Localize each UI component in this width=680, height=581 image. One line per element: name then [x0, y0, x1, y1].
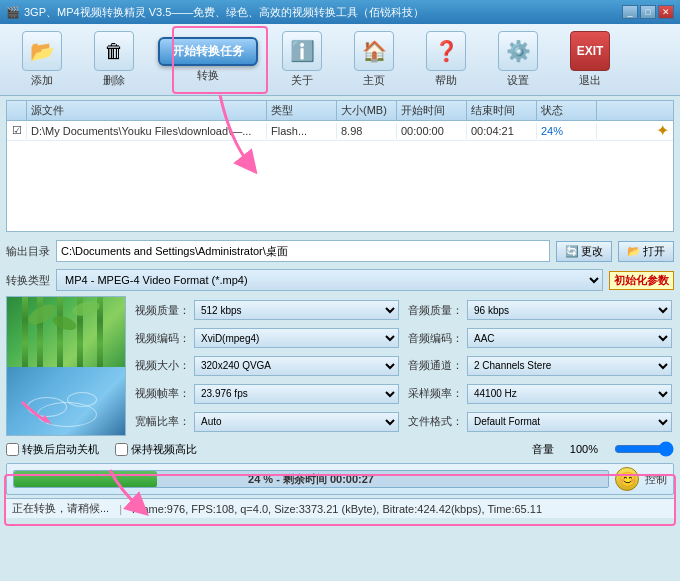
title-bar-controls[interactable]: _ □ ✕: [622, 5, 674, 19]
sample-rate-row: 采样频率： 44100 Hz: [407, 381, 672, 406]
checkbox-col-header: [7, 101, 27, 120]
row-start-time: 00:00:00: [397, 123, 467, 139]
video-fps-select[interactable]: 23.976 fps: [194, 384, 399, 404]
add-icon: 📂: [22, 31, 62, 71]
about-button[interactable]: ℹ️ 关于: [270, 29, 334, 91]
row-status: 24%: [537, 123, 597, 139]
bamboo-3: [57, 297, 63, 367]
toolbar: 📂 添加 🗑 删除 开始转换任务 转换 ℹ️ 关于 🏠 主页 ❓ 帮助 ⚙️ 设…: [0, 24, 680, 96]
format-type-label: 转换类型: [6, 273, 50, 288]
delete-icon: 🗑: [94, 31, 134, 71]
format-select[interactable]: MP4 - MPEG-4 Video Format (*.mp4): [56, 269, 603, 291]
volume-slider[interactable]: [614, 441, 674, 457]
add-button[interactable]: 📂 添加: [10, 29, 74, 91]
open-dir-button[interactable]: 📂 打开: [618, 241, 674, 262]
settings-button[interactable]: ⚙️ 设置: [486, 29, 550, 91]
video-codec-label: 视频编码：: [134, 331, 190, 346]
app-icon: 🎬: [6, 6, 20, 19]
help-icon: ❓: [426, 31, 466, 71]
preview-bottom: [7, 367, 125, 436]
status-detail-text: Frame:976, FPS:108, q=4.0, Size:3373.21 …: [132, 503, 668, 515]
shutdown-label: 转换后启动关机: [22, 442, 99, 457]
row-size: 8.98: [337, 123, 397, 139]
audio-channel-label: 音频通道：: [407, 358, 463, 373]
status-col-header: 状态: [537, 101, 597, 120]
control-label: 控制: [645, 472, 667, 487]
sample-rate-select[interactable]: 44100 Hz: [467, 384, 672, 404]
home-icon: 🏠: [354, 31, 394, 71]
home-button[interactable]: 🏠 主页: [342, 29, 406, 91]
start-col-header: 开始时间: [397, 101, 467, 120]
convert-label: 转换: [197, 68, 219, 83]
keep-ratio-label: 保持视频高比: [131, 442, 197, 457]
start-convert-button[interactable]: 开始转换任务: [158, 37, 258, 66]
video-size-row: 视频大小： 320x240 QVGA: [134, 354, 399, 379]
about-label: 关于: [291, 73, 313, 88]
progress-section: 24 % - 剩余时间 00:00:27 😊 控制: [6, 463, 674, 495]
about-icon: ℹ️: [282, 31, 322, 71]
audio-channel-select[interactable]: 2 Channels Stere: [467, 356, 672, 376]
maximize-button[interactable]: □: [640, 5, 656, 19]
progress-bar: 24 % - 剩余时间 00:00:27: [13, 470, 609, 488]
file-list-body: ☑ D:\My Documents\Youku Files\download\—…: [7, 121, 673, 231]
progress-text: 24 % - 剩余时间 00:00:27: [14, 471, 608, 487]
audio-quality-select[interactable]: 96 kbps: [467, 300, 672, 320]
file-list-header: 源文件 类型 大小(MB) 开始时间 结束时间 状态: [7, 101, 673, 121]
init-params-label[interactable]: 初始化参数: [609, 271, 674, 290]
output-dir-input[interactable]: [56, 240, 550, 262]
control-button[interactable]: 😊: [615, 467, 639, 491]
home-label: 主页: [363, 73, 385, 88]
file-format-row: 文件格式： Default Format: [407, 409, 672, 434]
settings-label: 设置: [507, 73, 529, 88]
spinning-icon: ✦: [656, 121, 669, 140]
leaf-2: [51, 313, 79, 333]
shutdown-after-option[interactable]: 转换后启动关机: [6, 442, 99, 457]
settings-panel: 视频质量： 512 kbps 音频质量： 96 kbps 视频编码： XviD(…: [6, 296, 674, 436]
file-list-section: 源文件 类型 大小(MB) 开始时间 结束时间 状态 ☑ D:\My Docum…: [6, 100, 674, 232]
video-codec-row: 视频编码： XviD(mpeg4): [134, 326, 399, 351]
minimize-button[interactable]: _: [622, 5, 638, 19]
size-col-header: 大小(MB): [337, 101, 397, 120]
file-format-label: 文件格式：: [407, 414, 463, 429]
keep-ratio-option[interactable]: 保持视频高比: [115, 442, 197, 457]
row-type: Flash...: [267, 123, 337, 139]
help-button[interactable]: ❓ 帮助: [414, 29, 478, 91]
row-end-time: 00:04:21: [467, 123, 537, 139]
video-size-select[interactable]: 320x240 QVGA: [194, 356, 399, 376]
output-dir-row: 输出目录 🔄 更改 📂 打开: [0, 236, 680, 266]
delete-button[interactable]: 🗑 删除: [82, 29, 146, 91]
audio-quality-label: 音频质量：: [407, 303, 463, 318]
title-bar-left: 🎬 3GP、MP4视频转换精灵 V3.5——免费、绿色、高效的视频转换工具（佰锐…: [6, 5, 424, 20]
aspect-ratio-row: 宽幅比率： Auto: [134, 409, 399, 434]
help-label: 帮助: [435, 73, 457, 88]
volume-value: 100%: [570, 443, 598, 455]
delete-label: 删除: [103, 73, 125, 88]
output-dir-label: 输出目录: [6, 244, 50, 259]
preview-image: [6, 296, 126, 436]
format-section: 转换类型 MP4 - MPEG-4 Video Format (*.mp4) 初…: [0, 266, 680, 294]
keep-ratio-checkbox[interactable]: [115, 443, 128, 456]
video-quality-row: 视频质量： 512 kbps: [134, 298, 399, 323]
open-dir-icon: 📂: [627, 245, 641, 258]
params-grid: 视频质量： 512 kbps 音频质量： 96 kbps 视频编码： XviD(…: [132, 296, 674, 436]
table-row[interactable]: ☑ D:\My Documents\Youku Files\download\—…: [7, 121, 673, 141]
shutdown-checkbox[interactable]: [6, 443, 19, 456]
bamboo-1: [22, 297, 28, 367]
aspect-ratio-select[interactable]: Auto: [194, 412, 399, 432]
video-quality-select[interactable]: 512 kbps: [194, 300, 399, 320]
settings-icon: ⚙️: [498, 31, 538, 71]
close-button[interactable]: ✕: [658, 5, 674, 19]
change-dir-button[interactable]: 🔄 更改: [556, 241, 612, 262]
video-codec-select[interactable]: XviD(mpeg4): [194, 328, 399, 348]
row-checkbox[interactable]: ☑: [7, 122, 27, 139]
exit-label: 退出: [579, 73, 601, 88]
aspect-ratio-label: 宽幅比率：: [134, 414, 190, 429]
type-col-header: 类型: [267, 101, 337, 120]
open-dir-label: 打开: [643, 244, 665, 259]
status-separator: |: [119, 503, 122, 515]
exit-button[interactable]: EXIT 退出: [558, 29, 622, 91]
video-quality-label: 视频质量：: [134, 303, 190, 318]
audio-codec-select[interactable]: AAC: [467, 328, 672, 348]
audio-quality-row: 音频质量： 96 kbps: [407, 298, 672, 323]
file-format-select[interactable]: Default Format: [467, 412, 672, 432]
